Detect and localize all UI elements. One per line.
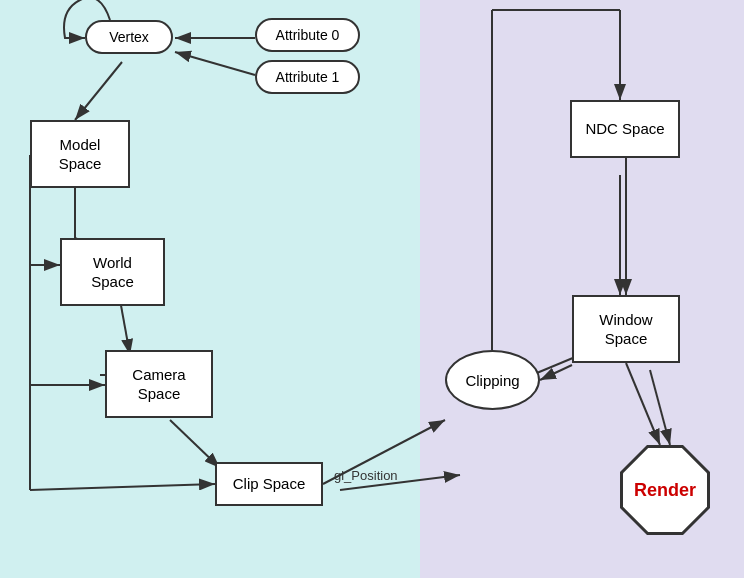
attribute1-node: Attribute 1 <box>255 60 360 94</box>
window-space-label: WindowSpace <box>599 310 652 349</box>
attribute0-node: Attribute 0 <box>255 18 360 52</box>
window-space-node: WindowSpace <box>572 295 680 363</box>
world-space-node: WorldSpace <box>60 238 165 306</box>
world-space-label: WorldSpace <box>91 253 134 292</box>
model-space-node: ModelSpace <box>30 120 130 188</box>
clipping-label: Clipping <box>465 372 519 389</box>
model-space-label: ModelSpace <box>59 135 102 174</box>
vertex-node: Vertex <box>85 20 173 54</box>
vertex-label: Vertex <box>109 29 149 45</box>
attribute0-label: Attribute 0 <box>276 27 340 43</box>
ndc-space-node: NDC Space <box>570 100 680 158</box>
gl-position-label: gl_Position <box>334 468 398 483</box>
render-label: Render <box>634 480 696 501</box>
clip-space-node: Clip Space <box>215 462 323 506</box>
clipping-node: Clipping <box>445 350 540 410</box>
ndc-space-label: NDC Space <box>585 119 664 139</box>
camera-space-node: CameraSpace <box>105 350 213 418</box>
camera-space-label: CameraSpace <box>132 365 185 404</box>
attribute1-label: Attribute 1 <box>276 69 340 85</box>
clip-space-label: Clip Space <box>233 474 306 494</box>
